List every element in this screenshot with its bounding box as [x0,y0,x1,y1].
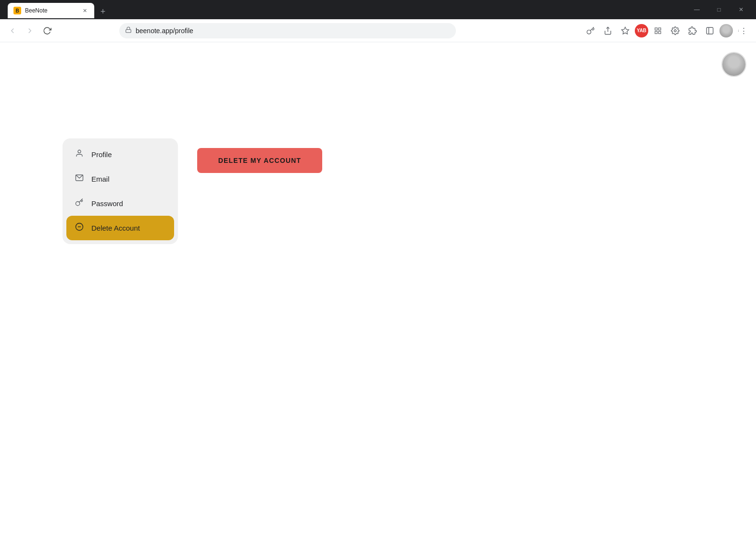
svg-point-13 [78,150,81,153]
main-area: Profile Email [0,42,756,244]
toolbar-icons: YAB ⋮ [583,23,750,38]
menu-dots-icon[interactable]: ⋮ [735,23,750,38]
svg-point-11 [738,31,739,31]
sidebar-item-profile[interactable]: Profile [66,142,174,167]
svg-point-10 [738,30,739,30]
title-bar: B BeeNote ✕ + — □ ✕ [0,0,756,19]
svg-rect-0 [126,29,131,32]
browser-chrome: B BeeNote ✕ + — □ ✕ [0,0,756,19]
minimize-button[interactable]: — [686,0,708,19]
back-button[interactable] [6,24,19,37]
svg-point-12 [738,31,739,31]
key-icon [74,198,85,209]
forward-button[interactable] [23,24,37,37]
close-button[interactable]: ✕ [730,0,752,19]
sidebar-item-profile-label: Profile [91,150,112,159]
bookmark-icon[interactable] [617,23,633,38]
svg-rect-5 [655,31,657,34]
person-icon [74,149,85,160]
sidebar-item-password-label: Password [91,199,123,208]
svg-rect-8 [706,27,713,34]
svg-rect-4 [658,28,661,30]
tab-favicon: B [13,7,21,14]
sidebar-menu: Profile Email [63,138,178,244]
browser-toolbar: beenote.app/profile YAB ⋮ [0,19,756,42]
yab-extension-button[interactable]: YAB [635,24,648,37]
sidebar-item-password[interactable]: Password [66,191,174,216]
address-bar[interactable]: beenote.app/profile [119,23,456,38]
new-tab-button[interactable]: + [96,5,110,18]
svg-rect-6 [658,31,661,34]
svg-marker-2 [622,27,629,34]
sidebar-item-email[interactable]: Email [66,167,174,191]
svg-rect-3 [655,28,657,30]
page-content: Profile Email [0,42,756,525]
share-icon[interactable] [600,23,616,38]
user-avatar[interactable] [721,52,746,77]
svg-point-15 [76,202,80,206]
tab-close-button[interactable]: ✕ [81,7,88,14]
sidebar-item-email-label: Email [91,175,110,183]
maximize-button[interactable]: □ [708,0,730,19]
profile-icon[interactable] [719,24,733,37]
tab-title: BeeNote [25,7,77,14]
reload-button[interactable] [40,24,54,37]
tab-bar: B BeeNote ✕ + [4,1,686,18]
svg-point-7 [674,29,677,32]
url-text: beenote.app/profile [136,27,450,35]
sidebar-item-delete-account-label: Delete Account [91,224,140,232]
key-icon [583,23,598,38]
email-icon [74,173,85,185]
sidebar-item-delete-account[interactable]: Delete Account [66,216,174,240]
extensions-puzzle-icon[interactable] [685,23,700,38]
lock-icon [125,26,132,35]
delete-circle-icon [74,222,85,234]
sidebar-toggle-icon[interactable] [702,23,718,38]
extensions-grid-icon[interactable] [650,23,666,38]
settings-icon[interactable] [668,23,683,38]
window-controls: — □ ✕ [686,0,752,19]
delete-my-account-button[interactable]: DELETE MY ACCOUNT [197,148,322,173]
active-tab[interactable]: B BeeNote ✕ [8,3,94,18]
